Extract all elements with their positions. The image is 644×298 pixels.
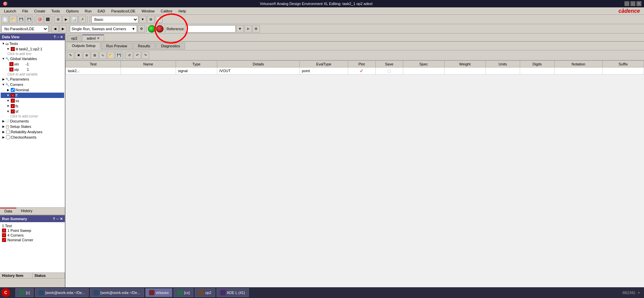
run-red-btn[interactable]: [156, 25, 164, 33]
save-out-btn[interactable]: 💾: [115, 52, 123, 59]
rel-checkbox[interactable]: [6, 130, 10, 134]
dv-help-btn[interactable]: ?: [54, 35, 56, 39]
checks-expand[interactable]: ▶: [1, 135, 5, 139]
task-checkbox[interactable]: ✓: [11, 47, 15, 51]
sf-expand[interactable]: ▼: [6, 109, 10, 113]
tab-op2[interactable]: op2: [67, 35, 82, 41]
documents-row[interactable]: ▶ 📄 Documents: [1, 118, 64, 124]
target-btn[interactable]: 🎯: [36, 16, 43, 23]
menu-create[interactable]: Create: [32, 8, 48, 14]
corners-row[interactable]: ▼ 🔧 Corners: [1, 82, 64, 87]
taskbar-cs2[interactable]: [cs]: [174, 288, 193, 297]
setup-expand[interactable]: ▶: [1, 125, 5, 129]
ref-dropdown-btn[interactable]: ▼: [236, 25, 244, 33]
td-plot[interactable]: ✓: [348, 67, 375, 74]
sf-checkbox[interactable]: ✓: [11, 109, 15, 113]
subtab-outputs[interactable]: Outputs Setup: [67, 42, 100, 49]
subtab-diagnostics[interactable]: Diagnostics: [156, 43, 185, 49]
folder-btn[interactable]: 📂: [107, 52, 114, 59]
menu-window[interactable]: Window: [139, 8, 157, 14]
menu-tools[interactable]: Tools: [49, 8, 63, 14]
tab-adexl-close[interactable]: ✕: [97, 37, 100, 40]
vin-checkbox[interactable]: ✓: [9, 62, 13, 66]
setup-states-row[interactable]: ▶ 📋 Setup States: [1, 124, 64, 129]
rs-close-btn[interactable]: ✕: [60, 217, 63, 221]
task-expand[interactable]: ▼: [6, 47, 10, 51]
mode-dropdown[interactable]: Basic: [91, 16, 138, 23]
results-btn[interactable]: 📊: [71, 16, 78, 23]
ss-checkbox[interactable]: ✓: [11, 99, 15, 103]
undo-btn[interactable]: ↺: [126, 52, 133, 59]
config-btn[interactable]: ⊞: [147, 16, 154, 23]
vin-row[interactable]: ✓ vin -1: [1, 61, 64, 67]
new-btn[interactable]: 📄: [1, 16, 9, 23]
tab-adexl[interactable]: adexl ✕: [82, 35, 104, 41]
docs-expand[interactable]: ▶: [1, 119, 5, 123]
checks-row[interactable]: ▶ Checks/Asserts: [1, 135, 64, 140]
rs-min-btn[interactable]: ─: [56, 217, 59, 221]
click-add-var[interactable]: Click to add variable: [1, 72, 64, 77]
menu-file[interactable]: File: [19, 8, 31, 14]
taskbar-term1[interactable]: [work@work-eda:~/De...: [35, 288, 89, 297]
nominal-expand[interactable]: ▶: [6, 88, 10, 92]
corners-expand[interactable]: ▼: [1, 83, 5, 87]
task-row[interactable]: ▼ ✓ ⚙ task2_1:op2:1: [1, 46, 64, 52]
pencil-btn[interactable]: ✎: [67, 52, 74, 59]
menu-parasitics[interactable]: Parasitics/LDE: [108, 8, 138, 14]
subtab-runpreview[interactable]: Run Preview: [101, 43, 132, 49]
crosshair-btn[interactable]: ⊕: [83, 52, 90, 59]
menu-calibre[interactable]: Calibre: [158, 8, 175, 14]
reliability-row[interactable]: ▶ Reliability Analyses: [1, 129, 64, 135]
script-btn[interactable]: 📝: [155, 16, 163, 23]
fs-expand[interactable]: ▼: [6, 104, 10, 108]
sf-row[interactable]: ▼ ✓ sf: [1, 109, 64, 114]
parasitic-dropdown[interactable]: No Parasitics/LDE: [1, 25, 48, 33]
menu-run[interactable]: Run: [82, 8, 94, 14]
tab-history[interactable]: History: [16, 208, 37, 215]
gear-btn[interactable]: ⚙: [252, 25, 260, 33]
click-add-corner[interactable]: Click to add corner: [1, 114, 64, 118]
rs-help-btn[interactable]: ?: [53, 217, 55, 221]
taskbar-virtuoso[interactable]: virtuoso: [145, 288, 173, 297]
save-btn[interactable]: 💾: [17, 16, 25, 23]
params-expand[interactable]: ▶: [1, 77, 5, 81]
saveas-btn[interactable]: 💾: [26, 16, 33, 23]
ss-expand[interactable]: ▼: [6, 99, 10, 103]
fs-row[interactable]: ▼ ✓ fs: [1, 103, 64, 109]
nominal-checkbox[interactable]: [11, 88, 15, 92]
grid-btn[interactable]: ⊞: [91, 52, 98, 59]
menu-options[interactable]: Options: [63, 8, 82, 14]
redo-right-btn[interactable]: ↷: [142, 52, 149, 59]
nominal-row[interactable]: ▶ Nominal: [1, 87, 64, 93]
ss-row[interactable]: ▼ ✓ ss: [1, 98, 64, 103]
table-row[interactable]: task2... signal /VOUT point ✓ □: [66, 67, 644, 74]
tab-data[interactable]: Data: [0, 208, 16, 215]
run-green-btn[interactable]: [148, 25, 155, 33]
open-btn[interactable]: 📂: [9, 16, 17, 23]
taskbar-op2[interactable]: op2: [195, 288, 215, 297]
taskbar-cs-icon[interactable]: [c]: [15, 288, 34, 297]
dv-close-btn[interactable]: ✕: [60, 35, 63, 39]
ff-checkbox[interactable]: ✓: [11, 93, 15, 97]
parameters-row[interactable]: ▶ 🔧 Parameters: [1, 77, 64, 82]
maximize-btn[interactable]: □: [631, 1, 635, 6]
taskbar-term2[interactable]: [work@work-eda:~/De...: [90, 288, 144, 297]
settings-btn[interactable]: ⚙: [138, 25, 145, 33]
menu-help[interactable]: Help: [176, 8, 189, 14]
click-add-test[interactable]: Click to add test: [1, 52, 64, 56]
redo-left-btn[interactable]: ↶: [134, 52, 141, 59]
ref-input[interactable]: [185, 25, 236, 33]
vip-row[interactable]: ✓ vip 1: [1, 67, 64, 72]
mode-btn[interactable]: ▼: [139, 16, 146, 23]
dv-min-btn[interactable]: ─: [57, 35, 59, 39]
checks-checkbox[interactable]: [6, 135, 10, 139]
minimize-btn[interactable]: ─: [625, 1, 629, 6]
left-btn[interactable]: ◀: [51, 25, 59, 33]
nav-btn[interactable]: ⊳: [244, 25, 252, 33]
menu-ead[interactable]: EAD: [95, 8, 108, 14]
vip-checkbox[interactable]: ✓: [9, 67, 13, 71]
stop-btn[interactable]: ⬛: [44, 16, 51, 23]
close-btn[interactable]: ✕: [637, 1, 641, 6]
menu-launch[interactable]: Launch: [1, 8, 19, 14]
global-vars-expand[interactable]: ▼: [1, 57, 5, 61]
